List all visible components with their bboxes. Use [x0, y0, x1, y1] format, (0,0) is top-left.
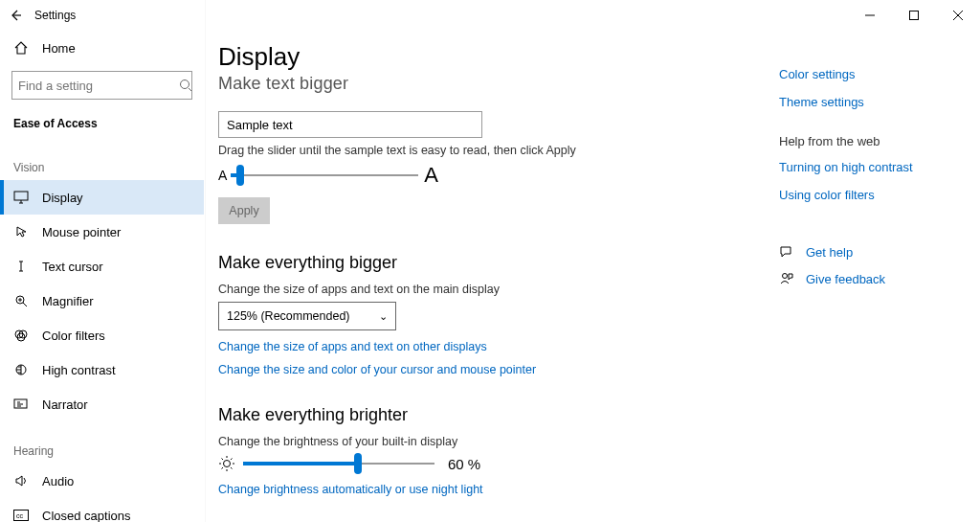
arrow-left-icon	[9, 9, 22, 22]
help-header: Help from the web	[779, 134, 942, 148]
brightness-value: 60 %	[448, 456, 480, 472]
link-night-light[interactable]: Change brightness automatically or use n…	[218, 483, 792, 496]
section-make-text-bigger: Make text bigger	[218, 74, 792, 94]
nav-label: Color filters	[42, 329, 105, 343]
get-help-row[interactable]: Get help	[779, 244, 942, 260]
highcontrast-icon	[13, 363, 29, 376]
nav-display[interactable]: Display	[0, 180, 204, 215]
link-theme-settings[interactable]: Theme settings	[779, 95, 942, 109]
give-feedback-label: Give feedback	[806, 272, 885, 286]
textcursor-icon	[13, 260, 29, 273]
feedback-icon	[779, 271, 794, 286]
mouse-icon	[13, 225, 29, 238]
sun-icon	[218, 455, 235, 472]
text-size-slider-row: A A	[218, 163, 792, 188]
big-a: A	[424, 163, 438, 188]
sample-text-input[interactable]	[227, 118, 474, 132]
nav-label: Closed captions	[42, 509, 131, 523]
nav-text-cursor[interactable]: Text cursor	[0, 249, 204, 284]
scale-value: 125% (Recommended)	[227, 309, 350, 323]
group-hearing: Hearing	[0, 421, 204, 464]
link-high-contrast-help[interactable]: Turning on high contrast	[779, 160, 942, 174]
nav-magnifier[interactable]: Magnifier	[0, 284, 204, 318]
brightness-label: Change the brightness of your built-in d…	[218, 435, 792, 448]
svg-point-12	[783, 274, 788, 279]
nav-closed-captions[interactable]: cc Closed captions	[0, 498, 204, 522]
search-setting-box[interactable]	[11, 71, 192, 100]
apply-button[interactable]: Apply	[218, 197, 270, 224]
window-title: Settings	[31, 9, 76, 22]
slider-hint: Drag the slider until the sample text is…	[218, 144, 792, 157]
link-color-filters-help[interactable]: Using color filters	[779, 188, 942, 202]
section-make-everything-brighter: Make everything brighter	[218, 405, 792, 425]
help-icon	[779, 244, 794, 260]
maximize-icon	[909, 11, 919, 20]
scale-dropdown[interactable]: 125% (Recommended) ⌄	[218, 302, 396, 330]
related-panel: Color settings Theme settings Help from …	[779, 67, 942, 298]
narrator-icon	[13, 397, 29, 411]
link-cursor-settings[interactable]: Change the size and color of your cursor…	[218, 363, 792, 376]
svg-rect-2	[14, 192, 28, 200]
section-make-everything-bigger: Make everything bigger	[218, 253, 792, 273]
divider	[204, 0, 205, 522]
home-icon	[13, 40, 29, 56]
nav-narrator[interactable]: Narrator	[0, 387, 204, 421]
small-a: A	[218, 168, 227, 183]
svg-text:cc: cc	[16, 512, 24, 519]
scale-label: Change the size of apps and text on the …	[218, 283, 792, 296]
magnifier-icon	[13, 294, 29, 307]
svg-rect-0	[910, 11, 919, 20]
svg-point-11	[224, 461, 231, 467]
nav-label: Display	[42, 191, 83, 205]
page-title: Display	[218, 42, 792, 72]
nav-color-filters[interactable]: Color filters	[0, 318, 204, 352]
sidebar: Home Ease of Access Vision Display Mouse…	[0, 31, 204, 522]
back-button[interactable]	[0, 0, 31, 31]
cc-icon: cc	[13, 510, 29, 521]
nav-label: High contrast	[42, 363, 116, 377]
link-other-displays[interactable]: Change the size of apps and text on othe…	[218, 340, 792, 353]
search-input[interactable]	[18, 79, 179, 93]
monitor-icon	[13, 191, 29, 204]
nav-label: Audio	[42, 474, 74, 488]
minimize-button[interactable]	[848, 0, 892, 31]
content-area: Display Make text bigger Drag the slider…	[218, 31, 792, 522]
link-color-settings[interactable]: Color settings	[779, 67, 942, 81]
category-title: Ease of Access	[0, 103, 204, 138]
text-size-slider[interactable]	[231, 164, 418, 187]
maximize-button[interactable]	[892, 0, 936, 31]
get-help-label: Get help	[806, 245, 853, 260]
nav-label: Text cursor	[42, 260, 103, 274]
audio-icon	[13, 474, 29, 488]
group-vision: Vision	[0, 138, 204, 180]
home-label: Home	[42, 41, 76, 56]
chevron-down-icon: ⌄	[379, 310, 388, 323]
nav-audio[interactable]: Audio	[0, 464, 204, 498]
close-icon	[953, 11, 963, 20]
brightness-slider[interactable]	[243, 454, 434, 473]
search-icon	[179, 79, 192, 92]
nav-label: Magnifier	[42, 294, 93, 308]
sample-text-box	[218, 111, 482, 138]
nav-label: Narrator	[42, 397, 88, 412]
colorfilters-icon	[13, 329, 29, 342]
svg-point-1	[181, 80, 189, 89]
titlebar: Settings	[0, 0, 980, 31]
nav-high-contrast[interactable]: High contrast	[0, 352, 204, 387]
home-button[interactable]: Home	[0, 31, 204, 65]
nav-label: Mouse pointer	[42, 225, 121, 239]
give-feedback-row[interactable]: Give feedback	[779, 271, 942, 286]
close-button[interactable]	[936, 0, 980, 31]
nav-mouse-pointer[interactable]: Mouse pointer	[0, 215, 204, 249]
minimize-icon	[865, 11, 875, 20]
